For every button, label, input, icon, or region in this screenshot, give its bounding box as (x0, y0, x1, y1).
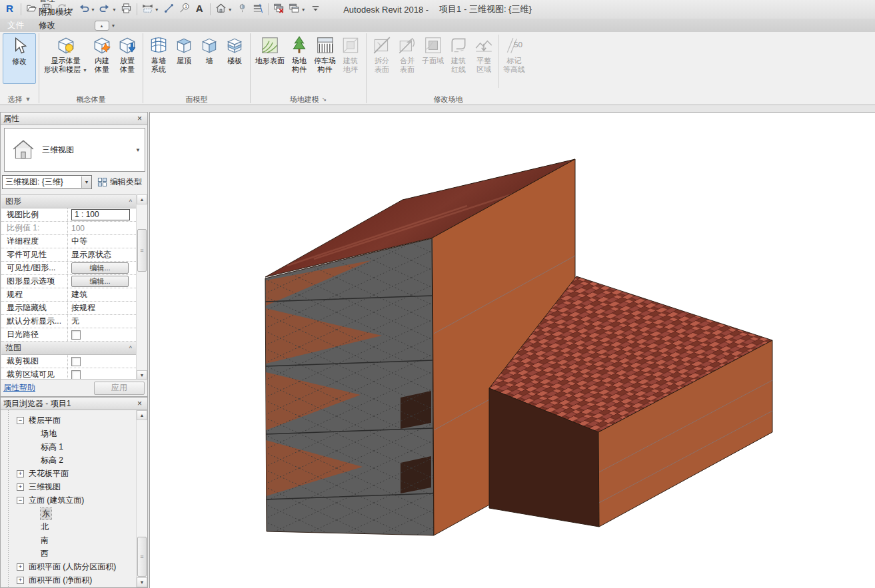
ribbon-button-拆分表面[interactable]: 拆分表面 (369, 33, 395, 74)
property-checkbox[interactable] (71, 330, 81, 340)
revit-logo-button[interactable]: R (3, 1, 18, 17)
browser-scrollbar[interactable]: ▲ ≡ ▼ (136, 410, 147, 587)
group-header-label: 范围 (5, 342, 21, 354)
tab-管理[interactable]: 管理 (31, 0, 88, 5)
tree-item-西[interactable]: 西 (1, 547, 135, 560)
ribbon-button-幕墙系统[interactable]: 幕墙系统 (146, 33, 171, 74)
section-button[interactable] (235, 1, 250, 17)
expand-icon[interactable]: + (17, 483, 24, 491)
view-instance-dropdown-icon[interactable]: ▼ (81, 176, 91, 188)
ribbon-button-子面域[interactable]: 子面域 (420, 33, 446, 65)
default-3d-view-button[interactable]: ▼ (213, 1, 235, 17)
panel-label-选择[interactable]: 选择▼ (3, 94, 36, 105)
edit-type-label: 编辑类型 (110, 176, 142, 188)
panel-label-概念体量[interactable]: 概念体量 (42, 94, 140, 105)
tree-item-天花板平面[interactable]: +天花板平面 (1, 467, 135, 480)
property-checkbox[interactable] (71, 370, 81, 380)
ribbon-button-内建体量[interactable]: 内建体量 (89, 33, 115, 74)
ribbon-button-建筑红线[interactable]: 建筑红线 (446, 33, 471, 74)
property-value-editbox[interactable]: 1 : 100 (71, 209, 130, 220)
tree-item-南[interactable]: 南 (1, 533, 135, 547)
browser-scroll-thumb[interactable]: ≡ (137, 537, 147, 577)
ribbon-button-屋顶[interactable]: 屋顶 (171, 33, 197, 65)
project-browser-close-icon[interactable]: × (135, 399, 145, 408)
print-button[interactable] (119, 1, 134, 17)
collapse-chevron-icon[interactable]: ^ (129, 198, 132, 205)
expand-icon[interactable]: + (17, 563, 24, 571)
tree-item-立面 (建筑立面)[interactable]: −立面 (建筑立面) (1, 493, 135, 507)
expand-icon[interactable]: + (17, 470, 24, 477)
property-group-header-范围[interactable]: 范围^ (1, 342, 136, 355)
edit-button[interactable]: 编辑... (71, 262, 129, 274)
ribbon-button-平整区域[interactable]: 平整区域 (471, 33, 496, 74)
type-selector[interactable]: 三维视图 ▼ (4, 128, 145, 172)
dialog-launcher-icon[interactable]: ↘ (322, 96, 327, 103)
ribbon-button-地形表面[interactable]: 地形表面 (253, 33, 287, 65)
measure-button[interactable]: ▼ (140, 1, 161, 17)
tree-item-楼层平面[interactable]: −楼层平面 (1, 414, 135, 427)
tag-by-category-button[interactable]: 1 (177, 1, 192, 17)
collapse-chevron-icon[interactable]: ^ (129, 345, 132, 352)
ribbon-button-修改[interactable]: 修改 (3, 33, 36, 84)
property-value[interactable]: 100 (67, 222, 136, 234)
tree-item-label: 面积平面 (净面积) (29, 575, 92, 586)
scroll-up-icon[interactable]: ▲ (137, 410, 147, 420)
aligned-dimension-button[interactable] (161, 1, 177, 17)
tree-item-东[interactable]: 东 (1, 507, 135, 520)
scroll-up-icon[interactable]: ▲ (137, 194, 147, 204)
ribbon-button-放置体量[interactable]: 放置体量 (115, 33, 140, 74)
property-value[interactable]: 显示原状态 (67, 248, 136, 261)
property-value[interactable]: 中等 (67, 235, 136, 248)
scroll-down-icon[interactable]: ▼ (137, 577, 147, 587)
properties-help-link[interactable]: 属性帮助 (3, 382, 35, 394)
tab-修改[interactable]: 修改 (31, 19, 88, 32)
tree-item-北[interactable]: 北 (1, 520, 135, 533)
tree-item-三维视图[interactable]: +三维视图 (1, 480, 135, 493)
property-value[interactable]: 建筑 (67, 288, 136, 301)
properties-scroll-thumb[interactable]: ≡ (137, 229, 147, 272)
property-value[interactable]: 按规程 (67, 302, 136, 314)
edit-type-button[interactable]: 编辑类型 (97, 176, 142, 188)
panel-label-修改场地[interactable]: 修改场地 (369, 94, 527, 105)
switch-windows-button[interactable]: ▼ (287, 1, 308, 17)
expand-icon[interactable]: + (17, 577, 24, 584)
property-checkbox[interactable] (71, 357, 81, 366)
tab-file[interactable]: 文件 (0, 19, 31, 32)
property-group-header-图形[interactable]: 图形^ (1, 195, 136, 208)
tab-附加模块[interactable]: 附加模块 (31, 5, 88, 19)
tree-item-partial[interactable]: + (1, 587, 135, 587)
type-selector-dropdown-icon[interactable]: ▼ (135, 147, 145, 153)
property-value[interactable]: 无 (67, 315, 136, 328)
view-3d-icon (5, 137, 42, 162)
ribbon-button-显示体量形状和楼层[interactable]: 显示体量形状和楼层 ▼ (42, 33, 89, 74)
drawing-area[interactable] (149, 112, 875, 588)
collapse-icon[interactable]: − (17, 417, 24, 424)
thin-lines-button[interactable] (250, 1, 265, 17)
properties-scrollbar[interactable]: ▲ ≡ ▼ (136, 194, 147, 380)
edit-button[interactable]: 编辑... (71, 276, 129, 287)
panel-label-面模型[interactable]: 面模型 (146, 94, 247, 105)
text-button[interactable]: A (192, 1, 207, 17)
ribbon-button-建筑地坪[interactable]: 建筑地坪 (338, 33, 363, 74)
ribbon-minimize-control[interactable]: ▲ ▼ (95, 21, 116, 31)
tree-item-面积平面 (人防分区面积)[interactable]: +面积平面 (人防分区面积) (1, 560, 135, 573)
ribbon-button-墙[interactable]: 墙 (197, 33, 222, 65)
3d-view[interactable] (150, 113, 875, 588)
close-hidden-windows-button[interactable] (271, 1, 287, 17)
tree-item-标高 1[interactable]: 标高 1 (1, 440, 135, 453)
ribbon-button-场地构件[interactable]: 场地构件 (287, 33, 312, 74)
redo-button[interactable]: ▼ (97, 1, 119, 17)
ribbon-button-合并表面[interactable]: 合并表面 (395, 33, 420, 74)
panel-label-场地建模[interactable]: 场地建模↘ (253, 94, 363, 105)
ribbon-button-停车场构件[interactable]: 停车场构件 (312, 33, 338, 74)
properties-close-icon[interactable]: × (135, 114, 145, 123)
tree-item-标高 2[interactable]: 标高 2 (1, 453, 135, 467)
tree-item-面积平面 (净面积)[interactable]: +面积平面 (净面积) (1, 573, 135, 587)
view-instance-combobox[interactable]: 三维视图: {三维} ▼ (2, 175, 92, 189)
collapse-icon[interactable]: − (17, 497, 24, 504)
apply-button[interactable]: 应用 (94, 382, 145, 395)
ribbon-button-楼板[interactable]: 楼板 (222, 33, 247, 65)
tree-item-场地[interactable]: 场地 (1, 427, 135, 440)
ribbon-button-标记等高线[interactable]: 50标记等高线 (501, 33, 527, 74)
customize-qat-button[interactable] (308, 1, 323, 17)
